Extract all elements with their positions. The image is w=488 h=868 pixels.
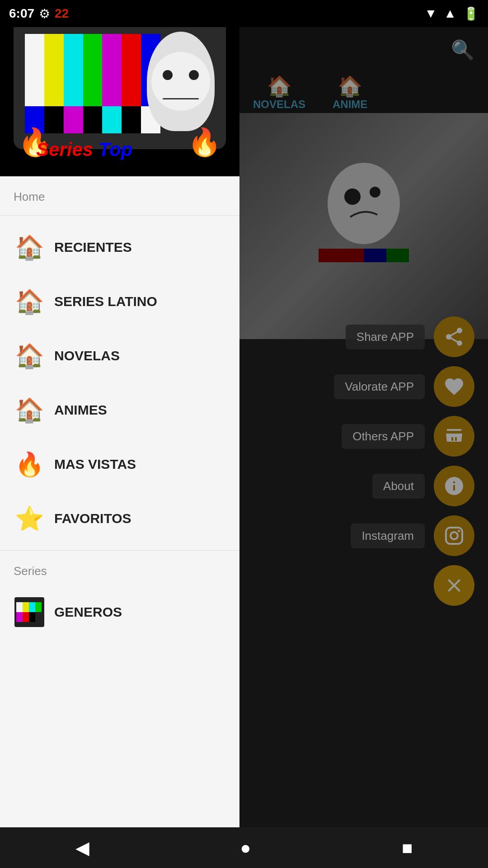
favoritos-label: FAVORITOS	[54, 511, 131, 526]
drawer-item-mas-vistas[interactable]: 🔥 MAS VISTAS	[0, 437, 239, 491]
char-face	[151, 52, 210, 111]
novelas-icon-drawer: 🏠	[14, 340, 45, 372]
tv-screen	[25, 34, 160, 133]
status-right: ▼ ▲ 🔋	[425, 6, 479, 21]
drawer-item-favoritos[interactable]: ⭐ FAVORITOS	[0, 491, 239, 546]
drawer-item-generos[interactable]: GENEROS	[0, 585, 239, 639]
settings-icon: ⚙	[39, 6, 50, 21]
recientes-icon: 🏠	[14, 231, 45, 263]
series-top-text: Series Top	[36, 139, 132, 160]
char-mouth	[163, 98, 199, 99]
navigation-drawer: 🔥 🔥 Series Top Home 🏠 RECIENTES 🏠	[0, 0, 239, 868]
novelas-label-drawer: NOVELAS	[54, 348, 120, 363]
top-word: Top	[99, 139, 132, 160]
battery-icon: 🔋	[463, 6, 479, 21]
mas-vistas-icon: 🔥	[14, 448, 45, 480]
series-word: Series	[36, 139, 99, 160]
flame-right-icon: 🔥	[188, 126, 221, 158]
drawer-item-recientes[interactable]: 🏠 RECIENTES	[0, 220, 239, 274]
favoritos-icon: ⭐	[14, 503, 45, 534]
divider-2	[0, 550, 239, 551]
bottom-navigation: ◀ ● ■	[0, 827, 488, 868]
drawer-content: Home 🏠 RECIENTES 🏠 SERIES LATINO 🏠 NOVEL…	[0, 176, 239, 868]
tv-character	[147, 32, 215, 131]
home-section-label: Home	[0, 176, 239, 211]
status-bar: 6:07 ⚙ 22 ▼ ▲ 🔋	[0, 0, 488, 27]
drawer-item-animes[interactable]: 🏠 ANIMES	[0, 383, 239, 437]
mas-vistas-label: MAS VISTAS	[54, 457, 136, 472]
drawer-item-series-latino[interactable]: 🏠 SERIES LATINO	[0, 274, 239, 329]
series-latino-label: SERIES LATINO	[54, 294, 157, 309]
recientes-label: RECIENTES	[54, 240, 132, 255]
recent-apps-button[interactable]: ■	[384, 833, 431, 863]
animes-label: ANIMES	[54, 402, 107, 418]
generos-label: GENEROS	[54, 604, 122, 620]
char-eye-left	[163, 70, 173, 80]
series-latino-icon: 🏠	[14, 286, 45, 317]
status-time: 6:07	[9, 6, 34, 21]
tv-color-bars	[25, 34, 160, 106]
divider-1	[0, 215, 239, 216]
wifi-icon: ▼	[425, 6, 437, 21]
generos-tv-icon	[14, 597, 44, 627]
animes-icon: 🏠	[14, 394, 45, 426]
tv-logo-container: 🔥 🔥 Series Top	[9, 9, 230, 167]
drawer-item-novelas[interactable]: 🏠 NOVELAS	[0, 329, 239, 383]
signal-icon: ▲	[444, 6, 456, 21]
home-button[interactable]: ●	[222, 833, 269, 863]
series-section-label: Series	[0, 555, 239, 585]
back-button[interactable]: ◀	[57, 833, 108, 863]
channel-badge: 22	[55, 6, 69, 21]
status-left: 6:07 ⚙ 22	[9, 6, 69, 21]
generos-icon-container	[14, 596, 45, 628]
char-eye-right	[189, 70, 199, 80]
